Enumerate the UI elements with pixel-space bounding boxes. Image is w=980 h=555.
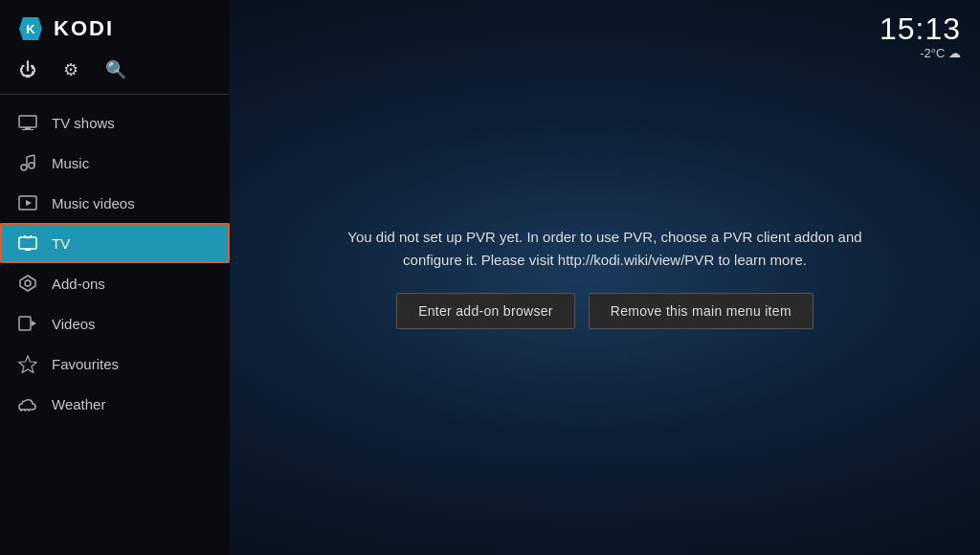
search-icon[interactable]: 🔍	[105, 59, 126, 80]
svg-marker-19	[32, 321, 36, 326]
sidebar-nav: TV shows Music	[0, 102, 230, 424]
svg-point-5	[21, 165, 27, 170]
main-content: 15:13 -2°C ☁ You did not set up PVR yet.…	[230, 0, 980, 555]
sidebar-actions: ⏻ ⚙ 🔍	[0, 54, 230, 94]
sidebar-item-music-videos[interactable]: Music videos	[0, 183, 230, 223]
svg-rect-2	[19, 116, 36, 127]
svg-point-6	[29, 163, 34, 168]
svg-rect-18	[19, 317, 31, 330]
svg-marker-20	[19, 356, 36, 373]
videos-icon	[17, 313, 38, 334]
music-videos-label: Music videos	[52, 195, 135, 211]
music-videos-icon	[17, 192, 38, 213]
svg-rect-3	[25, 127, 31, 129]
kodi-logo-icon: K	[15, 13, 46, 44]
app-title: KODI	[54, 16, 114, 41]
sidebar-item-weather[interactable]: Weather	[0, 384, 230, 424]
sidebar-divider	[0, 94, 230, 95]
power-icon[interactable]: ⏻	[19, 60, 36, 80]
svg-rect-12	[19, 237, 36, 249]
sidebar-item-tv[interactable]: TV	[0, 223, 230, 263]
add-ons-icon	[17, 273, 38, 294]
tv-shows-icon	[17, 112, 38, 133]
pvr-message-box: You did not set up PVR yet. In order to …	[279, 197, 930, 358]
videos-label: Videos	[52, 316, 96, 332]
svg-line-9	[27, 155, 34, 157]
svg-marker-16	[20, 276, 35, 291]
tv-shows-label: TV shows	[52, 115, 115, 131]
favourites-label: Favourites	[52, 356, 119, 372]
add-ons-label: Add-ons	[52, 276, 105, 292]
music-label: Music	[52, 155, 89, 171]
weather-icon	[17, 393, 38, 414]
remove-menu-item-button[interactable]: Remove this main menu item	[589, 293, 813, 329]
sidebar-item-music[interactable]: Music	[0, 143, 230, 183]
svg-rect-4	[22, 129, 33, 130]
clock-time: 15:13	[880, 13, 961, 44]
weather-label: Weather	[52, 396, 105, 412]
tv-label: TV	[52, 235, 70, 252]
svg-rect-13	[25, 249, 31, 251]
clock-weather: -2°C ☁	[880, 46, 961, 60]
sidebar-item-tv-shows[interactable]: TV shows	[0, 102, 230, 143]
settings-icon[interactable]: ⚙	[63, 59, 78, 80]
sidebar: K KODI ⏻ ⚙ 🔍 TV shows	[0, 0, 230, 555]
sidebar-item-videos[interactable]: Videos	[0, 303, 230, 344]
favourites-icon	[17, 353, 38, 374]
svg-point-17	[25, 280, 31, 286]
app-container: K KODI ⏻ ⚙ 🔍 TV shows	[0, 0, 980, 555]
svg-marker-11	[26, 200, 32, 206]
svg-text:K: K	[26, 22, 35, 36]
music-icon	[17, 152, 38, 173]
tv-icon	[17, 233, 38, 254]
enter-addon-browser-button[interactable]: Enter add-on browser	[396, 293, 575, 329]
pvr-buttons: Enter add-on browser Remove this main me…	[318, 293, 892, 329]
sidebar-item-add-ons[interactable]: Add-ons	[0, 263, 230, 303]
pvr-message-text: You did not set up PVR yet. In order to …	[318, 226, 892, 272]
sidebar-item-favourites[interactable]: Favourites	[0, 344, 230, 384]
sidebar-header: K KODI	[0, 0, 230, 54]
clock-widget: 15:13 -2°C ☁	[880, 13, 961, 60]
